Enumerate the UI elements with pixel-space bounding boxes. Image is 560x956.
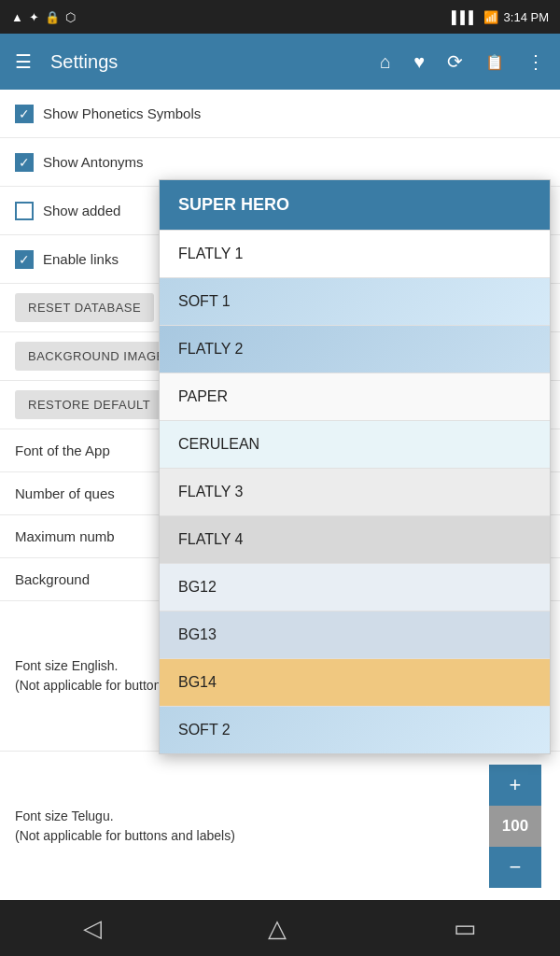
show-antonyms-checkbox[interactable]: ✓: [15, 153, 34, 172]
theme-dropdown[interactable]: SUPER HERO FLATLY 1 SOFT 1 FLATLY 2 PAPE…: [159, 179, 551, 754]
show-added-checkbox[interactable]: [15, 202, 34, 220]
show-phonetics-row: ✓ Show Phonetics Symbols: [0, 90, 560, 138]
background-image-button[interactable]: BACKGROUND IMAGE: [15, 342, 178, 371]
more-button[interactable]: ⋮: [523, 47, 549, 77]
show-phonetics-label: Show Phonetics Symbols: [43, 105, 201, 121]
dropdown-item-super-hero[interactable]: SUPER HERO: [160, 180, 550, 231]
app-bar-actions: ⌂ ♥ ⟳ 📋 ⋮: [376, 47, 549, 77]
heart-button[interactable]: ♥: [410, 48, 428, 77]
reset-database-button[interactable]: RESET DATABASE: [15, 293, 154, 322]
clipboard-button[interactable]: 📋: [482, 49, 508, 75]
dropdown-item-bg13[interactable]: BG13: [160, 612, 550, 659]
app-bar: ☰ Settings ⌂ ♥ ⟳ 📋 ⋮: [0, 34, 560, 90]
font-size-telugu-controls: + 100 −: [485, 765, 545, 888]
signal-icon: ▌▌▌: [452, 10, 478, 24]
dropdown-item-flatly3[interactable]: FLATLY 3: [160, 469, 550, 516]
font-size-telugu-row: Font size Telugu. (Not applicable for bu…: [0, 752, 560, 902]
history-button[interactable]: ⟳: [443, 47, 467, 77]
restore-default-button[interactable]: RESTORE DEFAULT: [15, 390, 163, 419]
number-of-ques-label: Number of ques: [15, 485, 115, 501]
nav-home-button[interactable]: △: [268, 914, 287, 943]
font-telugu-value: 100: [489, 806, 541, 847]
show-added-label: Show added: [43, 203, 120, 218]
show-phonetics-checkbox[interactable]: ✓: [15, 105, 34, 123]
app-bar-title: Settings: [50, 51, 376, 73]
nav-bar: ◁ △ ▭: [0, 900, 560, 956]
time-display: 3:14 PM: [504, 10, 549, 24]
status-right-icons: ▌▌▌ 📶 3:14 PM: [452, 10, 549, 24]
home-button[interactable]: ⌂: [376, 48, 395, 77]
android-icon: ▲: [11, 10, 23, 24]
dropdown-item-cerulean[interactable]: CERULEAN: [160, 421, 550, 469]
nav-recent-button[interactable]: ▭: [454, 914, 477, 943]
background-label: Background: [15, 571, 90, 587]
menu-button[interactable]: ☰: [11, 47, 35, 77]
font-size-telugu-sublabel: (Not applicable for buttons and labels): [15, 826, 485, 846]
dropdown-item-bg14[interactable]: BG14: [160, 659, 550, 707]
enable-links-label: Enable links: [43, 251, 119, 267]
font-size-telugu-label: Font size Telugu.: [15, 807, 485, 826]
lock-icon: 🔒: [45, 10, 60, 24]
maximum-numb-label: Maximum numb: [15, 528, 115, 544]
status-bar: ▲ ✦ 🔒 ⬡ ▌▌▌ 📶 3:14 PM: [0, 0, 560, 34]
dropdown-item-bg12[interactable]: BG12: [160, 564, 550, 612]
status-left-icons: ▲ ✦ 🔒 ⬡: [11, 10, 76, 24]
wifi-icon: ✦: [29, 10, 39, 24]
settings-content: ✓ Show Phonetics Symbols ✓ Show Antonyms…: [0, 90, 560, 902]
font-telugu-minus-button[interactable]: −: [489, 847, 541, 888]
font-of-app-label: Font of the App: [15, 443, 110, 458]
battery-saver-icon: ⬡: [65, 10, 76, 24]
dropdown-item-soft1[interactable]: SOFT 1: [160, 278, 550, 326]
dropdown-item-soft2[interactable]: SOFT 2: [160, 707, 550, 753]
font-telugu-plus-button[interactable]: +: [489, 765, 541, 806]
dropdown-item-paper[interactable]: PAPER: [160, 373, 550, 421]
wifi-strength-icon: 📶: [483, 10, 498, 24]
dropdown-item-flatly4[interactable]: FLATLY 4: [160, 516, 550, 564]
dropdown-item-flatly1[interactable]: FLATLY 1: [160, 231, 550, 278]
nav-back-button[interactable]: ◁: [83, 914, 102, 943]
show-antonyms-label: Show Antonyms: [43, 154, 144, 170]
enable-links-checkbox[interactable]: ✓: [15, 250, 34, 269]
dropdown-item-flatly2[interactable]: FLATLY 2: [160, 326, 550, 373]
